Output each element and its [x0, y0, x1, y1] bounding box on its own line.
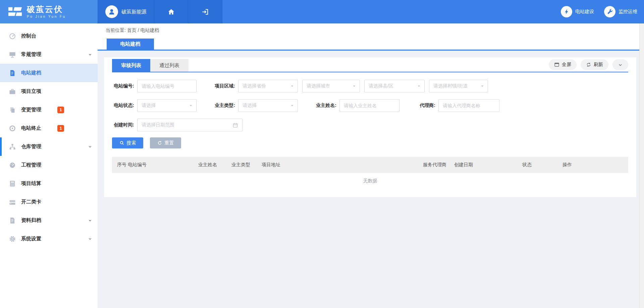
owner-type-label: 业主类型: — [212, 103, 238, 109]
sidebar-item-engineering-mgmt[interactable]: 工程管理 — [0, 156, 98, 174]
caret-down-icon — [480, 84, 484, 88]
sidebar-item-project-initiation[interactable]: 项目立项 — [0, 82, 98, 101]
district-select[interactable]: 请选择县/区 — [364, 80, 425, 93]
topbar: 破茧云伏 Po Jian Yun Fu 破茧新能源 — [0, 0, 644, 23]
agent-input[interactable] — [438, 99, 499, 112]
scrollbar[interactable] — [639, 23, 644, 308]
brand-logo-icon — [7, 4, 23, 19]
user-name: 破茧新能源 — [121, 9, 147, 15]
sidebar-item-data-archive[interactable]: 资料归档 — [0, 211, 98, 230]
sidebar-item-general-mgmt[interactable]: 常规管理 — [0, 45, 98, 64]
city-select[interactable]: 请选择城市 — [302, 80, 360, 93]
nav-monitor-ops[interactable]: 监控运维 — [604, 6, 637, 17]
brand-logo: 破茧云伏 Po Jian Yun Fu — [0, 0, 98, 23]
reset-button[interactable]: 重置 — [150, 137, 181, 148]
collapse-toggle-button[interactable] — [612, 59, 628, 70]
calculator-icon — [9, 180, 16, 187]
sidebar-item-console[interactable]: 控制台 — [0, 27, 98, 45]
avatar — [105, 5, 118, 18]
col-project-address: 项目地址 — [262, 157, 423, 173]
town-select[interactable]: 请选择村镇/街道 — [429, 80, 488, 93]
user-icon — [108, 8, 116, 16]
nav-station-build[interactable]: 电站建设 — [561, 6, 594, 17]
sidebar-item-system-settings[interactable]: 系统设置 — [0, 230, 98, 248]
date-range-picker[interactable]: 请选择日期范围 — [137, 119, 243, 131]
dashboard-icon — [9, 33, 16, 40]
chevron-down-icon — [618, 62, 623, 67]
station-no-input[interactable] — [137, 80, 197, 93]
col-seq: 序号 — [112, 157, 128, 173]
logout-button[interactable] — [188, 0, 222, 23]
gear-icon — [9, 235, 16, 243]
home-button[interactable] — [154, 0, 188, 23]
sitemap-icon — [9, 143, 16, 150]
owner-type-select[interactable]: 请选择 — [238, 99, 298, 112]
wrench-icon — [607, 9, 613, 15]
list-tabs: 审核列表 通过列表 全屏 刷新 — [112, 57, 628, 72]
col-owner-name: 业主姓名 — [198, 157, 231, 173]
region-label: 项目区域: — [212, 83, 238, 89]
caret-down-icon — [352, 84, 356, 88]
main-content: 审核列表 通过列表 全屏 刷新 — [98, 51, 644, 308]
page-tab-station-filing[interactable]: 电站建档 — [107, 39, 154, 50]
content-card: 审核列表 通过列表 全屏 刷新 — [104, 57, 636, 197]
col-created-date: 创建日期 — [454, 157, 522, 173]
logout-icon — [201, 8, 209, 16]
empty-state: 无数据 — [112, 173, 628, 189]
sidebar-item-station-filing[interactable]: 电站建档 — [0, 64, 98, 82]
sidebar-item-change-mgmt[interactable]: 变更管理 1 — [0, 101, 98, 119]
gauge-icon — [9, 162, 16, 169]
document-icon — [9, 69, 16, 77]
refresh-icon — [586, 62, 591, 67]
tab-passed-list[interactable]: 通过列表 — [150, 59, 189, 72]
caret-down-icon — [417, 84, 421, 88]
bolt-icon — [563, 8, 570, 15]
agent-label: 代理商: — [416, 103, 438, 109]
col-service-agent: 服务代理商 — [423, 157, 454, 173]
search-icon — [119, 140, 124, 145]
search-button[interactable]: 搜索 — [112, 137, 143, 148]
reset-icon — [157, 140, 162, 145]
fullscreen-icon — [554, 62, 559, 67]
badge-count: 1 — [57, 125, 64, 132]
filter-form: 电站编号: 项目区域: 请选择省份 请选择城市 请选择县/区 请选择村镇/街道 — [112, 72, 628, 148]
col-owner-type: 业主类型 — [231, 157, 262, 173]
sidebar-item-warehouse-mgmt[interactable]: 仓库管理 — [0, 137, 98, 156]
chevron-down-icon — [88, 218, 92, 223]
copy-icon — [9, 106, 16, 114]
chevron-down-icon — [88, 52, 92, 57]
monitor-icon — [9, 51, 16, 58]
results-table: 序号 电站编号 业主姓名 业主类型 项目地址 服务代理商 创建日期 状态 操作 — [112, 157, 628, 173]
record-icon — [9, 125, 16, 132]
owner-name-label: 业主姓名: — [314, 103, 339, 109]
breadcrumb-path[interactable]: 首页 / 电站建档 — [127, 27, 159, 33]
brand-name: 破茧云伏 — [27, 5, 66, 14]
archive-file-icon — [9, 217, 16, 224]
sidebar-item-project-settlement[interactable]: 项目结算 — [0, 174, 98, 193]
breadcrumb-label: 当前位置: — [106, 27, 126, 33]
caret-down-icon — [290, 104, 294, 108]
caret-down-icon — [189, 104, 193, 108]
station-status-select[interactable]: 请选择 — [137, 99, 197, 112]
card-icon — [9, 198, 16, 206]
brand-subtitle: Po Jian Yun Fu — [27, 15, 66, 18]
sidebar-item-station-termination[interactable]: 电站终止 1 — [0, 119, 98, 137]
badge-count: 1 — [57, 107, 64, 113]
breadcrumb: 当前位置: 首页 / 电站建档 — [106, 27, 159, 34]
page-header: 当前位置: 首页 / 电站建档 电站建档 — [98, 23, 644, 51]
chevron-down-icon — [88, 237, 92, 241]
refresh-button[interactable]: 刷新 — [581, 59, 608, 70]
tab-review-list[interactable]: 审核列表 — [112, 59, 150, 72]
col-station-no: 电站编号 — [128, 157, 198, 173]
sidebar-item-open-class2-card[interactable]: 开二类卡 — [0, 193, 98, 211]
calendar-icon — [232, 122, 238, 128]
created-time-label: 创建时间: — [112, 122, 137, 128]
col-actions: 操作 — [562, 157, 628, 173]
user-menu[interactable]: 破茧新能源 — [98, 0, 154, 23]
province-select[interactable]: 请选择省份 — [238, 80, 298, 93]
table-header-row: 序号 电站编号 业主姓名 业主类型 项目地址 服务代理商 创建日期 状态 操作 — [112, 157, 628, 173]
home-icon — [167, 8, 175, 16]
owner-name-input[interactable] — [339, 99, 399, 112]
sidebar: 控制台 常规管理 电站建档 项目立项 变更管理 1 电站终止 1 — [0, 23, 98, 308]
fullscreen-button[interactable]: 全屏 — [549, 59, 577, 70]
